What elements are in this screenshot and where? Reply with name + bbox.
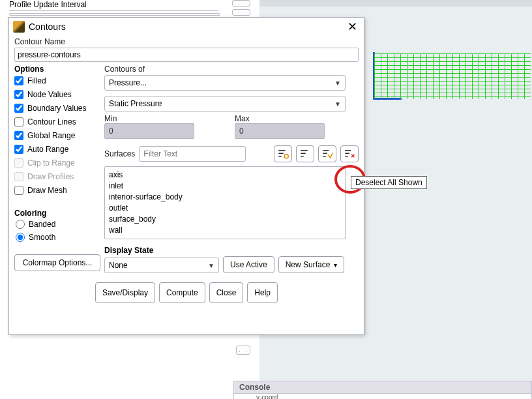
max-input: 0 [235,123,325,139]
profile-update-label: Profile Update Interval [9,0,218,9]
help-button[interactable]: Help [247,282,278,303]
bg-btn-fragment [232,0,250,7]
list-item[interactable]: axis [109,170,341,181]
chevron-down-icon: ▾ [334,261,337,269]
opt-contour-lines[interactable]: Contour Lines [14,115,104,128]
surfaces-listbox[interactable]: axis inlet interior-surface_body outlet … [104,166,346,239]
close-button[interactable]: Close [209,282,244,303]
mesh-preview [374,53,531,99]
opt-node-values[interactable]: Node Values [14,87,104,101]
opt-filled[interactable]: Filled [14,74,104,87]
svg-point-3 [284,155,288,158]
max-label: Max [235,114,359,123]
side-button-column [232,0,254,18]
list-item[interactable]: inlet [109,181,341,192]
app-root: Profile Update Interval ﹒﹒ Console v-coo… [0,0,532,399]
contours-of-combo[interactable]: Pressure... ▼ [104,75,346,91]
surfaces-filter-input[interactable] [139,146,246,162]
opt-draw-profiles: Draw Profiles [14,170,104,183]
select-all-button[interactable] [318,145,336,162]
chevron-down-icon: ▼ [334,100,341,108]
new-surface-button[interactable]: New Surface▾ [278,256,345,273]
dialog-main-buttons: Save/Display Compute Close Help [14,282,359,303]
surfaces-controls: Surfaces [104,145,359,162]
filter-toggle-button[interactable] [274,145,292,162]
deselect-all-button[interactable] [340,145,359,162]
display-state-combo[interactable]: None ▼ [104,258,219,273]
contour-name-label: Contour Name [14,37,359,46]
viewport-topbar [259,0,532,7]
bg-btn-fragment [232,9,250,16]
dialog-body: Contour Name Options Filled Node Values … [9,36,364,307]
coloring-smooth[interactable]: Smooth [14,231,104,244]
surfaces-label: Surfaces [104,149,135,158]
chevron-down-icon: ▼ [334,80,341,87]
save-display-button[interactable]: Save/Display [95,282,155,303]
list-item[interactable]: wall [109,225,341,236]
list-item[interactable]: interior-surface_body [109,192,341,203]
options-header: Options [14,65,104,74]
dialog-titlebar[interactable]: Contours ✕ [9,18,364,36]
opt-draw-mesh[interactable]: Draw Mesh [14,183,104,197]
contour-name-input[interactable] [14,48,359,62]
profile-update-input-edge [9,13,220,16]
profile-update-section: Profile Update Interval [9,0,218,11]
app-icon [13,21,25,33]
min-input: 0 [104,123,194,139]
compute-button[interactable]: Compute [159,282,205,303]
list-item[interactable]: outlet [109,203,341,214]
min-label: Min [104,114,228,123]
collapse-down-button[interactable]: ﹒﹒ [236,346,250,355]
console-title: Console [239,383,270,392]
console-header[interactable]: Console [233,381,532,394]
opt-global-range[interactable]: Global Range [14,128,104,142]
opt-auto-range[interactable]: Auto Range [14,142,104,156]
console-line: v-coord [233,394,532,399]
dialog-title: Contours [29,22,66,32]
display-state-label: Display State [104,246,359,255]
tooltip: Deselect All Shown [351,176,427,189]
contours-of-column: Contours of Pressure... ▼ Static Pressur… [104,65,359,273]
sort-button[interactable] [296,145,314,162]
list-item[interactable]: surface_body [109,214,341,225]
contours-of-label: Contours of [104,65,359,74]
close-icon[interactable]: ✕ [345,20,360,34]
colormap-options-button[interactable]: Colormap Options... [14,254,100,271]
coloring-header: Coloring [14,209,104,218]
chevron-down-icon: ▼ [208,262,214,269]
contours-subvar-combo[interactable]: Static Pressure ▼ [104,96,346,111]
divider [9,10,218,11]
contours-dialog: Contours ✕ Contour Name Options Filled N… [8,17,364,335]
use-active-button[interactable]: Use Active [223,256,274,273]
opt-boundary-values[interactable]: Boundary Values [14,101,104,115]
opt-clip-to-range: Clip to Range [14,156,104,170]
options-column: Options Filled Node Values Boundary Valu… [14,65,104,273]
coloring-banded[interactable]: Banded [14,218,104,231]
